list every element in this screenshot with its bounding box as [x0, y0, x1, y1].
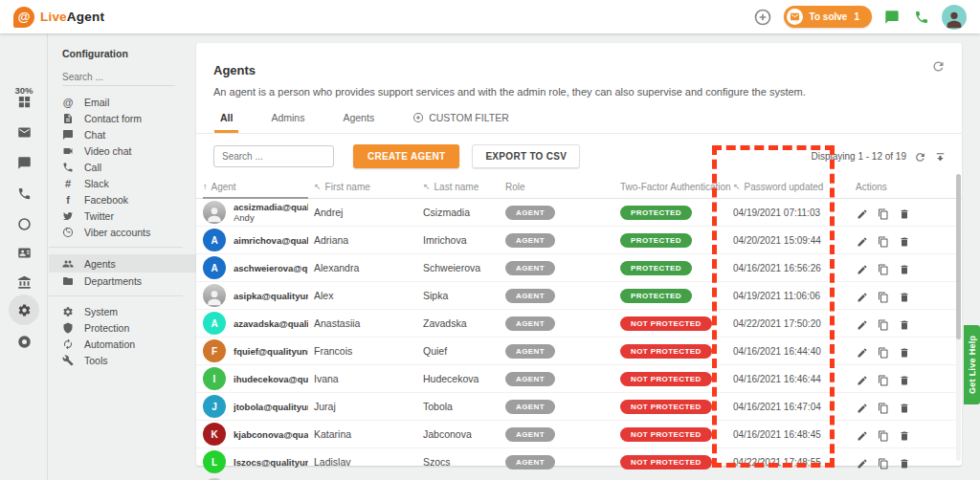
sidebar-item-label: Automation — [84, 338, 135, 350]
tab-agents[interactable]: Agents — [337, 111, 380, 133]
tab-custom-filter[interactable]: CUSTOM FILTER — [407, 111, 515, 133]
sidebar-item-tools[interactable]: Tools — [49, 352, 196, 368]
delete-agent-button[interactable] — [898, 428, 910, 441]
edit-agent-button[interactable] — [856, 373, 868, 385]
duplicate-agent-button[interactable] — [877, 290, 889, 302]
edit-agent-button[interactable] — [856, 290, 868, 302]
rail-item-contacts[interactable] — [9, 237, 39, 268]
tab-all[interactable]: All — [214, 111, 238, 133]
delete-agent-button[interactable] — [898, 290, 910, 302]
table-row[interactable]: Jjtobola@qualityunit.corJurajTobolaAGENT… — [196, 393, 962, 421]
trash-icon — [899, 458, 910, 469]
delete-agent-button[interactable] — [898, 207, 910, 219]
export-list-button[interactable] — [933, 150, 947, 164]
edit-agent-button[interactable] — [856, 262, 868, 274]
delete-agent-button[interactable] — [898, 317, 910, 330]
sidebar-item-slack[interactable]: #Slack — [49, 175, 196, 191]
duplicate-agent-button[interactable] — [877, 373, 889, 385]
rail-item-mail[interactable] — [9, 117, 39, 147]
table-row[interactable]: Ffquief@qualityunit.comFrancoisQuiefAGEN… — [196, 338, 962, 365]
column-header-role[interactable]: Role — [505, 182, 620, 192]
sidebar-item-call[interactable]: Call — [49, 159, 196, 175]
duplicate-agent-button[interactable] — [877, 428, 889, 441]
password-updated-cell: 04/22/2021 17:50:20 — [733, 318, 856, 329]
sidebar-item-viber-accounts[interactable]: Viber accounts — [49, 224, 196, 240]
column-header-last-name[interactable]: ↖Last name — [423, 182, 505, 192]
rail-item-clock[interactable] — [9, 208, 39, 239]
tab-admins[interactable]: Admins — [265, 111, 310, 133]
sidebar-item-twitter[interactable]: Twitter — [49, 207, 196, 224]
sidebar-item-chat[interactable]: Chat — [49, 126, 196, 142]
delete-agent-button[interactable] — [898, 456, 910, 469]
duplicate-agent-button[interactable] — [877, 456, 889, 469]
rail-item-chat[interactable] — [9, 147, 39, 178]
column-header-first-name[interactable]: ↖First name — [314, 182, 423, 192]
edit-agent-button[interactable] — [856, 401, 868, 413]
wrench-icon — [62, 355, 74, 366]
export-csv-button[interactable]: EXPORT TO CSV — [472, 144, 580, 168]
column-header-agent[interactable]: ↑Agent — [203, 182, 314, 192]
delete-agent-button[interactable] — [898, 262, 910, 274]
column-header-password-updated[interactable]: ↖Password updated — [733, 182, 856, 192]
sidebar-item-email[interactable]: @Email — [49, 94, 196, 110]
sidebar-item-departments[interactable]: Departments — [49, 273, 196, 289]
to-solve-button[interactable]: To solve 1 — [784, 6, 872, 28]
delete-agent-button[interactable] — [898, 234, 910, 247]
table-row[interactable]: Kkjabconova@qualityuniKatarinaJabconovaA… — [196, 421, 962, 448]
table-row[interactable]: asipka@qualityunit.conAlexSipkaAGENTPROT… — [196, 282, 962, 310]
edit-agent-button[interactable] — [856, 317, 868, 330]
sidebar-item-protection[interactable]: Protection — [49, 319, 196, 336]
rail-item-bank[interactable] — [9, 267, 39, 297]
table-row[interactable]: Aaschweierova@qualityuAlexandraSchweiero… — [196, 254, 962, 282]
sidebar-item-contact-form[interactable]: Contact form — [49, 110, 196, 126]
create-agent-button[interactable]: CREATE AGENT — [353, 144, 459, 168]
first-name-cell: Katarina — [314, 428, 423, 440]
sidebar-item-automation[interactable]: Automation — [49, 336, 196, 352]
edit-agent-button[interactable] — [856, 234, 868, 247]
refresh-page-button[interactable] — [931, 58, 946, 74]
sidebar-item-video-chat[interactable]: Video chat — [49, 142, 196, 159]
edit-agent-button[interactable] — [856, 345, 868, 358]
table-row[interactable]: mkukucka@qualityunit.MatejKukuckaADMINPR… — [196, 476, 962, 480]
calls-button[interactable] — [912, 8, 931, 27]
sidebar-item-system[interactable]: System — [49, 303, 196, 319]
duplicate-agent-button[interactable] — [877, 234, 889, 247]
edit-agent-button[interactable] — [856, 207, 868, 219]
sidebar-item-facebook[interactable]: fFacebook — [49, 191, 196, 207]
table-scrollbar[interactable] — [956, 174, 961, 461]
table-row[interactable]: Iihudecekova@qualityurIvanaHudecekovaAGE… — [196, 365, 962, 393]
add-new-button[interactable] — [752, 7, 773, 28]
column-header-two-factor-authentication[interactable]: Two-Factor Authentication — [620, 182, 733, 192]
delete-agent-button[interactable] — [898, 401, 910, 413]
sidebar-search-input[interactable] — [62, 69, 175, 86]
table-search-input[interactable] — [213, 145, 334, 167]
duplicate-agent-button[interactable] — [877, 262, 889, 274]
copy-icon — [878, 458, 889, 469]
table-row[interactable]: Aazavadska@qualityunitAnastasiiaZavadska… — [196, 310, 962, 338]
table-row[interactable]: acsizmadia@qualityuniAndyAndrejCsizmadia… — [196, 199, 962, 227]
get-live-help-tab[interactable]: Get Live Help — [964, 325, 980, 404]
rail-item-phone[interactable] — [9, 178, 39, 208]
rail-item-dashboard[interactable] — [9, 86, 39, 117]
duplicate-agent-button[interactable] — [877, 207, 889, 219]
edit-agent-button[interactable] — [856, 456, 868, 469]
duplicate-agent-button[interactable] — [877, 317, 889, 330]
table-row[interactable]: Aaimrichova@qualityunitAdrianaImrichovaA… — [196, 227, 962, 254]
delete-agent-button[interactable] — [898, 373, 910, 385]
tab-label: Admins — [271, 112, 304, 123]
sidebar-item-agents[interactable]: Agents — [49, 254, 196, 273]
table-row[interactable]: Llszocs@qualityunit.conLadislavSzocsAGEN… — [196, 448, 962, 476]
delete-agent-button[interactable] — [898, 345, 910, 358]
person-icon — [944, 9, 965, 30]
user-avatar[interactable] — [942, 5, 967, 30]
rail-item-gear[interactable] — [9, 295, 39, 325]
envelope-icon — [790, 11, 800, 22]
refresh-list-button[interactable] — [913, 150, 926, 164]
rail-item-target[interactable] — [9, 326, 39, 357]
column-header-actions[interactable]: Actions — [856, 182, 962, 192]
duplicate-agent-button[interactable] — [877, 345, 889, 358]
edit-agent-button[interactable] — [856, 428, 868, 441]
chats-button[interactable] — [882, 8, 902, 27]
duplicate-agent-button[interactable] — [877, 401, 889, 413]
scrollbar-thumb[interactable] — [956, 174, 961, 339]
